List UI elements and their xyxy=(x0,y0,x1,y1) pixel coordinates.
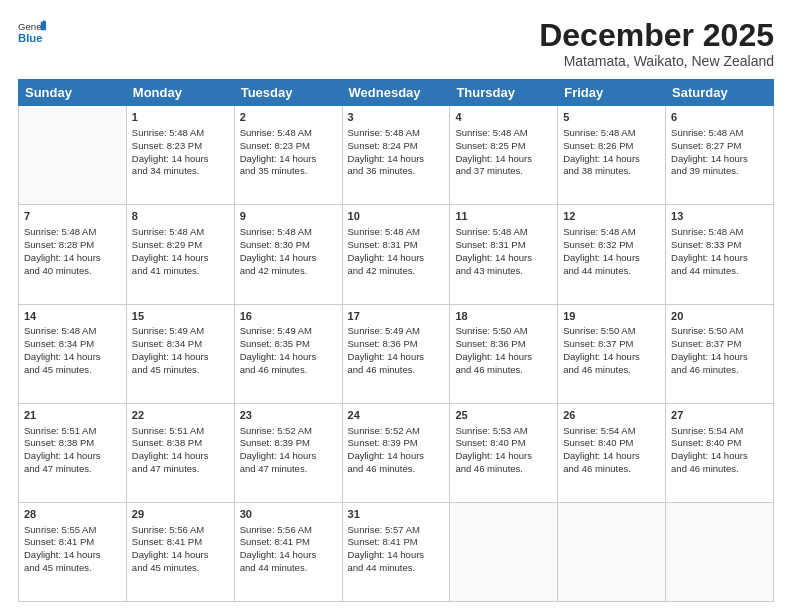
svg-text:Blue: Blue xyxy=(18,32,43,44)
daylight-text-line1: Daylight: 14 hours xyxy=(563,450,660,463)
day-number: 20 xyxy=(671,309,768,324)
col-friday: Friday xyxy=(558,80,666,106)
sunrise-text: Sunrise: 5:52 AM xyxy=(348,425,445,438)
calendar-cell: 13Sunrise: 5:48 AMSunset: 8:33 PMDayligh… xyxy=(666,205,774,304)
sunset-text: Sunset: 8:32 PM xyxy=(563,239,660,252)
daylight-text-line2: and 45 minutes. xyxy=(132,364,229,377)
day-number: 26 xyxy=(563,408,660,423)
daylight-text-line1: Daylight: 14 hours xyxy=(240,549,337,562)
calendar-cell: 3Sunrise: 5:48 AMSunset: 8:24 PMDaylight… xyxy=(342,106,450,205)
sunset-text: Sunset: 8:30 PM xyxy=(240,239,337,252)
daylight-text-line1: Daylight: 14 hours xyxy=(455,450,552,463)
day-number: 8 xyxy=(132,209,229,224)
sunrise-text: Sunrise: 5:51 AM xyxy=(24,425,121,438)
sunrise-text: Sunrise: 5:55 AM xyxy=(24,524,121,537)
day-number: 6 xyxy=(671,110,768,125)
day-number: 24 xyxy=(348,408,445,423)
daylight-text-line1: Daylight: 14 hours xyxy=(240,450,337,463)
sunset-text: Sunset: 8:37 PM xyxy=(671,338,768,351)
daylight-text-line1: Daylight: 14 hours xyxy=(455,153,552,166)
sunrise-text: Sunrise: 5:48 AM xyxy=(348,127,445,140)
col-monday: Monday xyxy=(126,80,234,106)
sunrise-text: Sunrise: 5:49 AM xyxy=(240,325,337,338)
daylight-text-line1: Daylight: 14 hours xyxy=(132,549,229,562)
daylight-text-line2: and 46 minutes. xyxy=(348,463,445,476)
day-number: 23 xyxy=(240,408,337,423)
col-saturday: Saturday xyxy=(666,80,774,106)
sunset-text: Sunset: 8:24 PM xyxy=(348,140,445,153)
col-wednesday: Wednesday xyxy=(342,80,450,106)
subtitle: Matamata, Waikato, New Zealand xyxy=(539,53,774,69)
calendar-cell: 11Sunrise: 5:48 AMSunset: 8:31 PMDayligh… xyxy=(450,205,558,304)
sunset-text: Sunset: 8:38 PM xyxy=(132,437,229,450)
daylight-text-line1: Daylight: 14 hours xyxy=(132,153,229,166)
daylight-text-line2: and 46 minutes. xyxy=(348,364,445,377)
calendar-cell: 15Sunrise: 5:49 AMSunset: 8:34 PMDayligh… xyxy=(126,304,234,403)
day-number: 19 xyxy=(563,309,660,324)
day-number: 10 xyxy=(348,209,445,224)
logo: General Blue xyxy=(18,18,46,46)
calendar-cell: 7Sunrise: 5:48 AMSunset: 8:28 PMDaylight… xyxy=(19,205,127,304)
daylight-text-line1: Daylight: 14 hours xyxy=(671,450,768,463)
day-number: 21 xyxy=(24,408,121,423)
daylight-text-line1: Daylight: 14 hours xyxy=(671,252,768,265)
day-number: 3 xyxy=(348,110,445,125)
daylight-text-line1: Daylight: 14 hours xyxy=(132,351,229,364)
sunrise-text: Sunrise: 5:48 AM xyxy=(563,226,660,239)
daylight-text-line2: and 45 minutes. xyxy=(132,562,229,575)
sunset-text: Sunset: 8:40 PM xyxy=(563,437,660,450)
day-number: 31 xyxy=(348,507,445,522)
sunrise-text: Sunrise: 5:49 AM xyxy=(132,325,229,338)
daylight-text-line2: and 45 minutes. xyxy=(24,562,121,575)
sunrise-text: Sunrise: 5:48 AM xyxy=(455,226,552,239)
sunrise-text: Sunrise: 5:48 AM xyxy=(563,127,660,140)
sunset-text: Sunset: 8:36 PM xyxy=(348,338,445,351)
calendar-cell: 25Sunrise: 5:53 AMSunset: 8:40 PMDayligh… xyxy=(450,403,558,502)
sunrise-text: Sunrise: 5:48 AM xyxy=(240,127,337,140)
daylight-text-line2: and 44 minutes. xyxy=(671,265,768,278)
calendar-header-row: Sunday Monday Tuesday Wednesday Thursday… xyxy=(19,80,774,106)
daylight-text-line2: and 42 minutes. xyxy=(240,265,337,278)
daylight-text-line1: Daylight: 14 hours xyxy=(240,153,337,166)
day-number: 7 xyxy=(24,209,121,224)
calendar-cell xyxy=(19,106,127,205)
sunrise-text: Sunrise: 5:57 AM xyxy=(348,524,445,537)
daylight-text-line2: and 36 minutes. xyxy=(348,165,445,178)
calendar-cell: 5Sunrise: 5:48 AMSunset: 8:26 PMDaylight… xyxy=(558,106,666,205)
sunset-text: Sunset: 8:37 PM xyxy=(563,338,660,351)
sunset-text: Sunset: 8:41 PM xyxy=(348,536,445,549)
day-number: 15 xyxy=(132,309,229,324)
sunset-text: Sunset: 8:40 PM xyxy=(671,437,768,450)
daylight-text-line2: and 44 minutes. xyxy=(348,562,445,575)
daylight-text-line1: Daylight: 14 hours xyxy=(348,351,445,364)
sunset-text: Sunset: 8:28 PM xyxy=(24,239,121,252)
daylight-text-line2: and 43 minutes. xyxy=(455,265,552,278)
calendar-cell: 29Sunrise: 5:56 AMSunset: 8:41 PMDayligh… xyxy=(126,502,234,601)
header: General Blue December 2025 Matamata, Wai… xyxy=(18,18,774,69)
calendar-cell: 8Sunrise: 5:48 AMSunset: 8:29 PMDaylight… xyxy=(126,205,234,304)
daylight-text-line2: and 37 minutes. xyxy=(455,165,552,178)
sunrise-text: Sunrise: 5:56 AM xyxy=(132,524,229,537)
daylight-text-line1: Daylight: 14 hours xyxy=(455,351,552,364)
daylight-text-line2: and 44 minutes. xyxy=(563,265,660,278)
calendar-cell: 28Sunrise: 5:55 AMSunset: 8:41 PMDayligh… xyxy=(19,502,127,601)
daylight-text-line2: and 46 minutes. xyxy=(671,463,768,476)
col-tuesday: Tuesday xyxy=(234,80,342,106)
daylight-text-line1: Daylight: 14 hours xyxy=(563,252,660,265)
sunrise-text: Sunrise: 5:48 AM xyxy=(24,325,121,338)
daylight-text-line2: and 34 minutes. xyxy=(132,165,229,178)
sunset-text: Sunset: 8:31 PM xyxy=(455,239,552,252)
sunset-text: Sunset: 8:35 PM xyxy=(240,338,337,351)
sunset-text: Sunset: 8:33 PM xyxy=(671,239,768,252)
daylight-text-line2: and 44 minutes. xyxy=(240,562,337,575)
calendar-cell: 31Sunrise: 5:57 AMSunset: 8:41 PMDayligh… xyxy=(342,502,450,601)
daylight-text-line2: and 46 minutes. xyxy=(563,463,660,476)
daylight-text-line2: and 47 minutes. xyxy=(24,463,121,476)
daylight-text-line1: Daylight: 14 hours xyxy=(348,153,445,166)
day-number: 27 xyxy=(671,408,768,423)
logo-icon: General Blue xyxy=(18,18,46,46)
title-block: December 2025 Matamata, Waikato, New Zea… xyxy=(539,18,774,69)
sunset-text: Sunset: 8:39 PM xyxy=(348,437,445,450)
calendar-week-5: 28Sunrise: 5:55 AMSunset: 8:41 PMDayligh… xyxy=(19,502,774,601)
day-number: 1 xyxy=(132,110,229,125)
